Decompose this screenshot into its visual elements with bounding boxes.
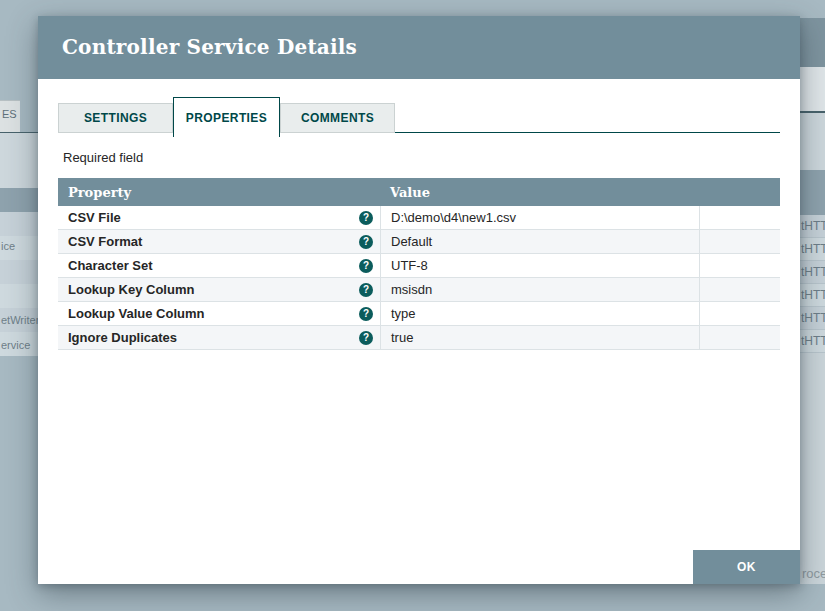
value-cell: UTF-8 <box>380 254 699 277</box>
tab-bar: SETTINGS PROPERTIES COMMENTS <box>58 97 780 137</box>
tab-settings[interactable]: SETTINGS <box>58 103 173 133</box>
value-cell: Default <box>380 230 699 253</box>
value-cell: msisdn <box>380 278 699 301</box>
dialog-title: Controller Service Details <box>38 16 800 79</box>
table-row: Lookup Value Column ? type <box>58 302 780 326</box>
value-column-header: Value <box>380 185 699 200</box>
background-page-right: tHTT tHTT tHTT tHTT tHTT tHTT roce <box>800 0 825 611</box>
tab-properties[interactable]: PROPERTIES <box>173 97 280 137</box>
table-row: Lookup Key Column ? msisdn <box>58 278 780 302</box>
background-row-fragment: etWriter <box>1 314 39 326</box>
extra-cell <box>699 326 780 349</box>
extra-cell <box>699 230 780 253</box>
table-header-row: Property Value <box>58 178 780 206</box>
table-row: CSV Format ? Default <box>58 230 780 254</box>
background-table-rows <box>0 212 38 356</box>
extra-cell <box>699 254 780 277</box>
property-name: CSV Format <box>68 234 142 249</box>
background-tab-fragment: ES <box>0 100 20 132</box>
background-row-fragment: ice <box>1 240 15 252</box>
background-row-fragment: tHTT <box>800 307 825 330</box>
background-band <box>800 67 825 111</box>
background-row-fragment: tHTT <box>800 238 825 261</box>
background-tab-underline <box>0 132 38 133</box>
property-value: true <box>391 330 413 345</box>
property-column-header: Property <box>58 185 380 200</box>
help-icon[interactable]: ? <box>359 331 373 345</box>
table-row: Ignore Duplicates ? true <box>58 326 780 350</box>
help-icon[interactable]: ? <box>359 307 373 321</box>
background-band <box>0 133 38 188</box>
background-text-fragment: roce <box>802 566 825 581</box>
background-page-left: ES ice etWriter ervice <box>0 0 38 611</box>
property-cell: CSV File ? <box>58 206 380 229</box>
extra-cell <box>699 206 780 229</box>
table-row: CSV File ? D:\demo\d4\new1.csv <box>58 206 780 230</box>
properties-table: Property Value CSV File ? D:\demo\d4\new… <box>58 178 780 350</box>
background-row-fragment: tHTT <box>800 215 825 238</box>
background-table-header <box>0 188 38 212</box>
background-table-rows: tHTT tHTT tHTT tHTT tHTT tHTT <box>800 215 825 353</box>
background-header-band <box>800 18 825 67</box>
background-row-fragment: tHTT <box>800 330 825 353</box>
help-icon[interactable]: ? <box>359 211 373 225</box>
ok-button[interactable]: OK <box>693 550 800 584</box>
help-icon[interactable]: ? <box>359 283 373 297</box>
help-icon[interactable]: ? <box>359 259 373 273</box>
modal-overlay: ES ice etWriter ervice tHTT tHTT tHTT tH… <box>0 0 825 611</box>
property-value: D:\demo\d4\new1.csv <box>391 210 516 225</box>
background-band <box>800 353 825 584</box>
extra-cell <box>699 278 780 301</box>
property-name: CSV File <box>68 210 121 225</box>
property-cell: Character Set ? <box>58 254 380 277</box>
property-value: msisdn <box>391 282 432 297</box>
property-name: Ignore Duplicates <box>68 330 177 345</box>
extra-cell <box>699 302 780 325</box>
property-name: Lookup Value Column <box>68 306 205 321</box>
property-name: Lookup Key Column <box>68 282 194 297</box>
property-cell: Ignore Duplicates ? <box>58 326 380 349</box>
property-name: Character Set <box>68 258 153 273</box>
property-value: type <box>391 306 416 321</box>
value-cell: type <box>380 302 699 325</box>
background-row-fragment: ervice <box>1 339 30 351</box>
dialog-header: Controller Service Details <box>38 16 800 79</box>
background-row-fragment: tHTT <box>800 261 825 284</box>
background-band <box>800 113 825 170</box>
property-value: UTF-8 <box>391 258 428 273</box>
value-cell: true <box>380 326 699 349</box>
required-field-label: Required field <box>63 150 780 165</box>
help-icon[interactable]: ? <box>359 235 373 249</box>
value-cell: D:\demo\d4\new1.csv <box>380 206 699 229</box>
property-cell: CSV Format ? <box>58 230 380 253</box>
background-row-fragment: tHTT <box>800 284 825 307</box>
table-row: Character Set ? UTF-8 <box>58 254 780 278</box>
property-cell: Lookup Value Column ? <box>58 302 380 325</box>
background-table-header <box>800 170 825 215</box>
property-cell: Lookup Key Column ? <box>58 278 380 301</box>
tab-comments[interactable]: COMMENTS <box>280 103 395 133</box>
property-value: Default <box>391 234 432 249</box>
controller-service-details-dialog: Controller Service Details SETTINGS PROP… <box>38 16 800 584</box>
